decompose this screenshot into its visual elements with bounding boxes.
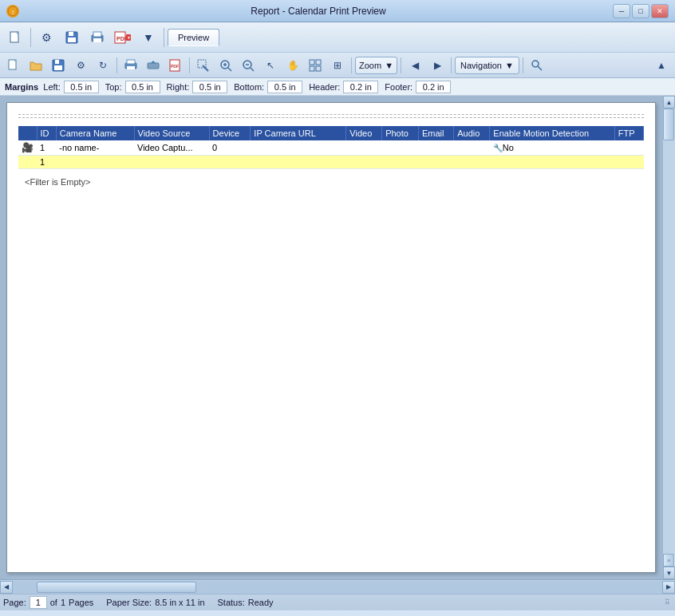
total-pages: 1 xyxy=(61,598,65,607)
doc-paper: ID Camera Name Video Source Device IP Ca… xyxy=(6,102,656,573)
sep5 xyxy=(351,57,352,73)
row2-email xyxy=(418,156,453,169)
tb2-pdf-button[interactable]: PDF xyxy=(165,56,186,75)
doc-area: ID Camera Name Video Source Device IP Ca… xyxy=(0,96,662,579)
settings-button[interactable]: ⚙ xyxy=(34,26,58,49)
sep6 xyxy=(401,57,401,73)
hscroll-left-button[interactable]: ◀ xyxy=(0,581,13,594)
tb2-select-button[interactable] xyxy=(193,56,214,75)
tb2-hand-button[interactable]: ✋ xyxy=(282,56,303,75)
scroll-thumb-v[interactable] xyxy=(663,109,674,140)
nav-next-button[interactable]: ▶ xyxy=(427,56,448,75)
top-margin-line1 xyxy=(18,114,644,115)
tb2-print2-button[interactable] xyxy=(143,56,164,75)
sep4 xyxy=(189,57,190,73)
tb2-zoom-in-button[interactable] xyxy=(215,56,236,75)
row2-id: 1 xyxy=(37,156,56,169)
vertical-scrollbar[interactable]: ▲ ≡ ▼ xyxy=(662,96,675,579)
tb2-print-button[interactable] xyxy=(120,56,141,75)
zoom-arrow-icon: ▼ xyxy=(385,61,393,70)
scroll-up-button[interactable]: ▲ xyxy=(663,96,675,109)
search-button[interactable] xyxy=(527,56,547,75)
title-bar: ! Report - Calendar Print Preview ─ □ ✕ xyxy=(0,0,675,22)
of-label: of xyxy=(50,598,57,607)
margins-bar: Margins Left: 0.5 in Top: 0.5 in Right: … xyxy=(0,78,675,96)
print-button[interactable] xyxy=(85,26,109,49)
pages-label: Pages xyxy=(69,598,93,607)
svg-rect-22 xyxy=(127,60,135,64)
col-id: ID xyxy=(37,126,56,140)
sep2 xyxy=(164,28,164,47)
left-label: Left: xyxy=(43,82,60,92)
navigation-dropdown[interactable]: Navigation ▼ xyxy=(455,57,519,74)
row1-id: 1 xyxy=(37,140,56,156)
tb2-settings-button[interactable]: ⚙ xyxy=(70,56,91,75)
maximize-button[interactable]: □ xyxy=(632,4,649,18)
col-video: Video xyxy=(346,126,382,140)
table-row: 🎥 1 -no name- Video Captu... 0 xyxy=(18,140,644,156)
tb2-cursor-button[interactable]: ↖ xyxy=(260,56,281,75)
hscroll-row: ◀ ▶ xyxy=(0,580,675,594)
svg-text:PDF: PDF xyxy=(171,64,179,69)
svg-rect-6 xyxy=(69,32,73,36)
close-button[interactable]: ✕ xyxy=(651,4,669,18)
svg-rect-24 xyxy=(148,63,159,69)
svg-point-41 xyxy=(532,61,539,67)
hscroll-right-button[interactable]: ▶ xyxy=(662,581,675,594)
status-label: Status: xyxy=(218,598,245,607)
row2-ftp xyxy=(614,156,643,169)
tb2-open-button[interactable] xyxy=(26,56,46,75)
table-header-row: ID Camera Name Video Source Device IP Ca… xyxy=(18,126,644,140)
row2-motion xyxy=(490,156,614,169)
header-label: Header: xyxy=(309,82,340,92)
new-button[interactable] xyxy=(3,26,27,49)
tb2-zoom-out-button[interactable] xyxy=(238,56,259,75)
pdf-button[interactable]: PDF▼ xyxy=(111,26,135,49)
title-buttons: ─ □ ✕ xyxy=(613,4,669,18)
svg-rect-37 xyxy=(310,60,314,65)
tb2-save-button[interactable] xyxy=(48,56,69,75)
tb2-refresh-button[interactable]: ↻ xyxy=(93,56,113,75)
col-email: Email xyxy=(418,126,453,140)
right-label: Right: xyxy=(167,82,190,92)
col-audio: Audio xyxy=(454,126,490,140)
nav-prev-button[interactable]: ◀ xyxy=(405,56,425,75)
scroll-grip-v[interactable]: ≡ xyxy=(663,554,674,567)
sep7 xyxy=(451,57,452,73)
scroll-track-v[interactable] xyxy=(663,109,675,554)
row2-video xyxy=(346,156,382,169)
margin-right: Right: 0.5 in xyxy=(167,81,228,93)
row2-ip-url xyxy=(251,156,346,169)
col-icon xyxy=(18,126,37,140)
collapse-button[interactable]: ▲ xyxy=(651,56,672,75)
col-device: Device xyxy=(209,126,251,140)
zoom-dropdown[interactable]: Zoom ▼ xyxy=(355,57,397,74)
report-table: ID Camera Name Video Source Device IP Ca… xyxy=(18,126,644,169)
row1-ip-url xyxy=(251,140,346,156)
sep3 xyxy=(116,57,117,73)
margin-left: Left: 0.5 in xyxy=(43,81,98,93)
svg-rect-38 xyxy=(316,60,321,65)
camera-icon: 🎥 xyxy=(22,142,34,153)
top-value: 0.5 in xyxy=(125,81,160,93)
paper-size: 8.5 in x 11 in xyxy=(155,598,204,607)
minimize-button[interactable]: ─ xyxy=(613,4,630,18)
svg-rect-40 xyxy=(316,66,321,71)
navigation-label: Navigation xyxy=(460,61,502,70)
tb2-grid-button[interactable] xyxy=(305,56,326,75)
tb2-new-button[interactable] xyxy=(3,56,24,75)
scroll-down-button[interactable]: ▼ xyxy=(663,567,675,579)
svg-rect-39 xyxy=(310,66,314,71)
expand-button[interactable]: ▼ xyxy=(136,26,160,49)
svg-rect-23 xyxy=(127,66,135,69)
svg-rect-9 xyxy=(93,32,101,37)
row2-audio xyxy=(454,156,490,169)
col-enable-motion: Enable Motion Detection xyxy=(490,126,614,140)
hscroll-thumb[interactable] xyxy=(37,582,196,593)
col-ftp: FTP xyxy=(614,126,643,140)
preview-tab[interactable]: Preview xyxy=(168,29,219,46)
tb2-grid2-button[interactable]: ⊞ xyxy=(327,56,348,75)
hscroll-track[interactable] xyxy=(13,581,662,594)
save-button[interactable] xyxy=(60,26,84,49)
col-video-source: Video Source xyxy=(134,126,209,140)
